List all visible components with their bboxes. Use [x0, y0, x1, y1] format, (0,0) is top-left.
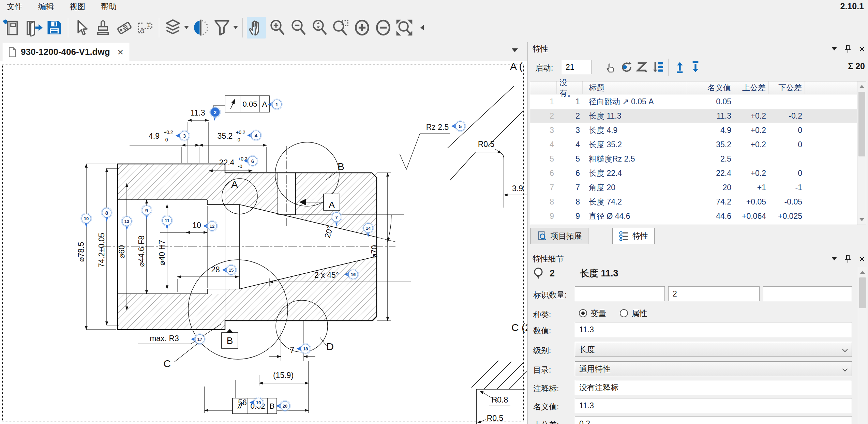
details-scrollbar[interactable] [858, 267, 867, 424]
drawing-canvas[interactable]: 0.05 A // 0.02 B A B 11.3 4.9 +0 [0, 61, 527, 424]
details-panel-header: 特性细节 × [528, 252, 868, 264]
open-document-button[interactable] [24, 17, 43, 39]
zoom-in-tool-button[interactable] [268, 17, 287, 39]
label-catalog: 目录: [533, 365, 551, 375]
move-up-button[interactable] [672, 59, 687, 75]
filter-dropdown-arrow[interactable] [233, 26, 238, 31]
selected-item-title: 长度 11.3 [580, 267, 618, 279]
label-kind: 种类: [533, 309, 551, 320]
rotate-icon [620, 60, 633, 74]
list-order-button[interactable] [650, 59, 665, 75]
tab-project-expansion[interactable]: 项目拓展 [530, 228, 588, 244]
upper-tolerance-input[interactable] [575, 416, 852, 424]
layers-button[interactable] [163, 17, 182, 39]
panel-dropdown-icon[interactable] [832, 257, 837, 263]
note-input[interactable] [575, 380, 852, 395]
table-row[interactable]: 77角度 2020+1-1 [530, 180, 866, 195]
tab-close-icon[interactable]: × [118, 49, 124, 56]
table-row[interactable]: 11径向跳动 ↗ 0.05 A0.05 [530, 94, 866, 109]
main-toolbar: A 1 [0, 13, 868, 42]
scroll-down-button[interactable] [857, 216, 866, 225]
renumber-button[interactable] [619, 59, 634, 75]
zoom-out-tool-button[interactable] [289, 17, 308, 39]
document-tab[interactable]: 930-1200-406-V1.dwg × [2, 43, 129, 61]
zoom-fit-button[interactable] [395, 17, 414, 39]
kind-radio-group: 变量 属性 [579, 308, 647, 319]
panel-close-icon[interactable]: × [859, 255, 865, 263]
table-row-selected[interactable]: 22长度 11.311.3+0.2-0.2 [530, 109, 866, 123]
id-count-input-2[interactable] [668, 286, 760, 301]
zigzag-order-button[interactable] [635, 59, 650, 75]
properties-tab-icon [619, 231, 629, 241]
panel-dropdown-icon[interactable] [832, 47, 837, 53]
toolbar-collapse-arrow[interactable] [418, 25, 424, 30]
new-document-button[interactable] [2, 17, 21, 39]
mirror-view-button[interactable] [191, 17, 210, 39]
scroll-up-button[interactable] [858, 267, 867, 276]
tabbar-dropdown-arrow[interactable] [512, 48, 518, 55]
select-tool-button[interactable] [72, 17, 91, 39]
pick-tool-button[interactable] [603, 59, 618, 75]
id-count-input-1[interactable] [575, 286, 665, 301]
zoom-dynamic-tool-button[interactable] [310, 17, 329, 39]
catalog-select-value: 通用特性 [579, 364, 611, 374]
balloon-item-icon [533, 267, 544, 279]
panel-close-icon[interactable]: × [859, 45, 865, 53]
layers-icon [163, 18, 182, 37]
tag-icon [115, 19, 134, 36]
header-title[interactable]: 标题 [583, 81, 686, 94]
catalog-select[interactable]: 通用特性 [575, 361, 852, 376]
radio-variable[interactable]: 变量 [579, 309, 606, 318]
save-button[interactable] [45, 17, 64, 39]
level-select[interactable]: 长度 [575, 342, 852, 357]
label-upper-tolerance: 上公差: [533, 420, 559, 424]
value-input[interactable] [575, 322, 852, 337]
start-input[interactable] [562, 60, 592, 74]
table-row[interactable]: 88长度 74.274.2+0.05-0.05 [530, 195, 866, 209]
table-row[interactable]: 99直径 Ø 44.644.6+0.064+0.025 [530, 209, 866, 223]
filter-icon [212, 18, 231, 37]
tab-properties-label: 特性 [632, 231, 648, 241]
layers-dropdown-arrow[interactable] [184, 26, 189, 31]
move-down-button[interactable] [688, 59, 703, 75]
pan-tool-button[interactable] [247, 17, 266, 39]
panel-pin-icon[interactable] [844, 255, 851, 263]
table-header: 没有。 标题 名义值 上公差 下公差 [530, 81, 866, 94]
tab-properties[interactable]: 特性 [612, 228, 655, 244]
radio-attribute[interactable]: 属性 [620, 309, 647, 318]
zoom-window-tool-button[interactable] [331, 17, 350, 39]
decrease-button[interactable] [374, 17, 393, 39]
id-count-input-3[interactable] [763, 286, 852, 301]
table-row[interactable]: 66长度 22.422.4+0.20 [530, 166, 866, 180]
radio-attribute-control[interactable] [620, 309, 628, 317]
menu-help[interactable]: 帮助 [101, 1, 117, 12]
header-upper[interactable]: 上公差 [734, 81, 769, 94]
menu-edit[interactable]: 编辑 [38, 1, 54, 12]
increase-button[interactable] [353, 17, 372, 39]
menu-view[interactable]: 视图 [70, 1, 85, 12]
radio-variable-control[interactable] [579, 309, 587, 317]
app-version: 2.10.1 [840, 1, 864, 11]
header-index [530, 81, 557, 94]
region-annotate-button[interactable]: A 1 [136, 17, 155, 39]
table-scrollbar[interactable] [857, 81, 866, 225]
open-document-icon [24, 19, 43, 36]
tag-tool-button[interactable] [115, 17, 134, 39]
stamp-tool-button[interactable] [93, 17, 113, 39]
zoom-window-icon [332, 18, 350, 37]
properties-panel-title: 特性 [533, 44, 548, 53]
zoom-dynamic-icon [311, 18, 329, 37]
menu-file[interactable]: 文件 [7, 1, 23, 12]
header-no[interactable]: 没有。 [557, 81, 583, 94]
scroll-thumb[interactable] [859, 277, 866, 308]
table-row[interactable]: 33长度 4.94.9+0.20 [530, 123, 866, 137]
nominal-input[interactable] [575, 398, 852, 413]
panel-pin-icon[interactable] [844, 45, 851, 53]
scroll-thumb[interactable] [858, 92, 865, 156]
scroll-up-button[interactable] [857, 81, 866, 90]
header-lower[interactable]: 下公差 [769, 81, 805, 94]
table-row[interactable]: 44长度 35.235.2+0.20 [530, 137, 866, 152]
header-nominal[interactable]: 名义值 [686, 81, 734, 94]
filter-button[interactable] [212, 17, 231, 39]
table-row[interactable]: 55粗糙度Rz 2.52.5 [530, 152, 866, 166]
